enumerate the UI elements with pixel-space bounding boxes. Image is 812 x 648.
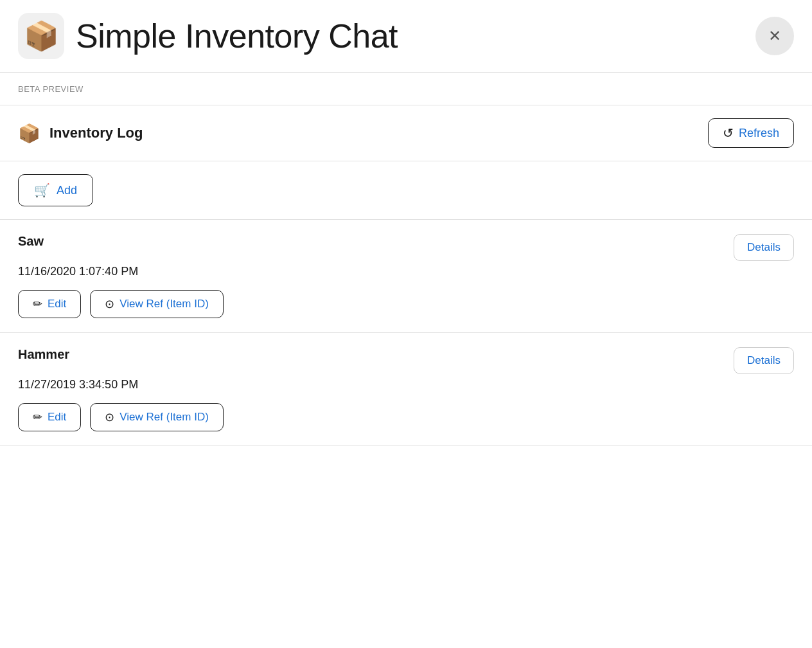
item-details-button[interactable]: Details: [734, 234, 794, 261]
item-top: Hammer Details: [18, 347, 794, 374]
details-label: Details: [747, 354, 781, 366]
item-row: Saw Details 11/16/2020 1:07:40 PM ✏ Edit…: [0, 220, 812, 333]
inventory-header-left: 📦 Inventory Log: [18, 123, 143, 144]
refresh-button[interactable]: ↺ Refresh: [708, 118, 794, 148]
item-date: 11/16/2020 1:07:40 PM: [18, 265, 794, 278]
item-details-button[interactable]: Details: [734, 347, 794, 374]
view-ref-label: View Ref (Item ID): [119, 411, 209, 424]
items-list: Saw Details 11/16/2020 1:07:40 PM ✏ Edit…: [0, 220, 812, 446]
add-cart-icon: 🛒: [34, 183, 50, 198]
edit-icon: ✏: [33, 297, 42, 311]
view-ref-button[interactable]: ⊙ View Ref (Item ID): [90, 290, 224, 318]
refresh-icon: ↺: [723, 125, 734, 141]
close-icon: ✕: [768, 27, 781, 45]
app-title: Simple Inventory Chat: [76, 17, 398, 55]
beta-label: BETA PREVIEW: [18, 84, 84, 94]
edit-button[interactable]: ✏ Edit: [18, 403, 81, 431]
app-header: 📦 Simple Inventory Chat ✕: [0, 0, 812, 73]
add-section: 🛒 Add: [0, 161, 812, 220]
item-actions: ✏ Edit ⊙ View Ref (Item ID): [18, 290, 794, 318]
details-label: Details: [747, 241, 781, 253]
header-left: 📦 Simple Inventory Chat: [18, 13, 398, 59]
edit-button[interactable]: ✏ Edit: [18, 290, 81, 318]
inventory-icon: 📦: [18, 123, 40, 144]
edit-label: Edit: [48, 411, 66, 424]
item-row: Hammer Details 11/27/2019 3:34:50 PM ✏ E…: [0, 333, 812, 446]
view-ref-label: View Ref (Item ID): [119, 298, 209, 310]
item-name: Saw: [18, 234, 44, 249]
app-icon: 📦: [18, 13, 64, 59]
item-name: Hammer: [18, 347, 69, 362]
item-top: Saw Details: [18, 234, 794, 261]
beta-section: BETA PREVIEW: [0, 73, 812, 105]
edit-icon: ✏: [33, 410, 42, 424]
add-label: Add: [57, 184, 77, 197]
item-actions: ✏ Edit ⊙ View Ref (Item ID): [18, 403, 794, 431]
view-ref-icon: ⊙: [105, 297, 114, 311]
add-button[interactable]: 🛒 Add: [18, 174, 93, 206]
inventory-header: 📦 Inventory Log ↺ Refresh: [0, 105, 812, 161]
inventory-title: Inventory Log: [49, 125, 143, 141]
item-date: 11/27/2019 3:34:50 PM: [18, 378, 794, 392]
view-ref-icon: ⊙: [105, 410, 114, 424]
edit-label: Edit: [48, 298, 66, 310]
close-button[interactable]: ✕: [755, 17, 794, 55]
refresh-label: Refresh: [739, 127, 779, 140]
view-ref-button[interactable]: ⊙ View Ref (Item ID): [90, 403, 224, 431]
